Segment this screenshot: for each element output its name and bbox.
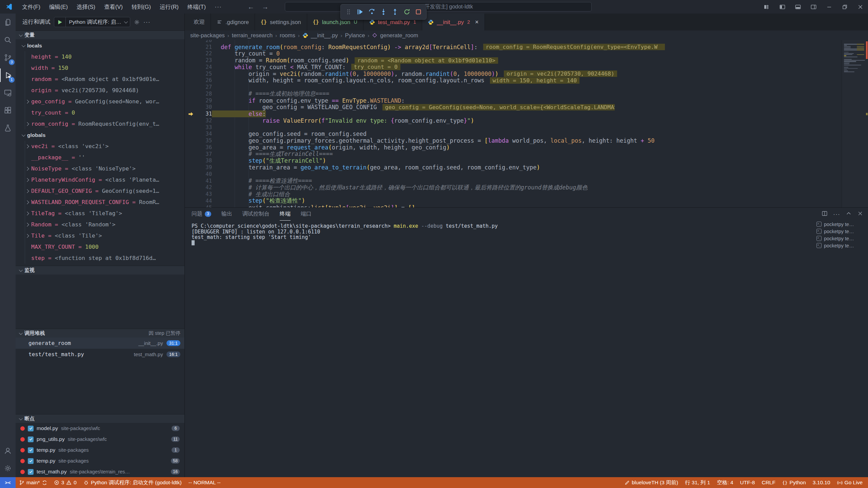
activitybar-search[interactable] [0,31,16,49]
more-actions-icon[interactable]: ··· [143,19,151,26]
terminal-list-item[interactable]: >_pocketpy te… [815,235,867,242]
breakpoint-checkbox[interactable] [28,426,34,431]
panel-tab-问题[interactable]: 问题3 [192,208,211,221]
code-line-21[interactable]: 21def generate_room(room_config: RoomReq… [185,44,868,50]
terminal-list-item[interactable]: >_pocketpy te… [815,242,867,249]
tab--[interactable]: 欢迎 [185,14,211,30]
terminal-list-item[interactable]: >_pocketpy te… [815,228,867,235]
split-terminal-button[interactable] [822,210,828,218]
code-line-23[interactable]: 23 random = Random(room_config.seed)rand… [185,57,868,64]
close-panel-button[interactable] [857,210,863,218]
breadcrumb-item[interactable]: Pylance [345,32,365,39]
command-center-search[interactable]: [扩展开发宿主] godot-ldtk [285,2,592,12]
statusbar-debug-session[interactable]: Python 调试程序: 启动文件 (godot-ldtk) [80,477,185,488]
breakpoint-row[interactable]: temp.pysite-packages58 [16,455,184,466]
code-line-39[interactable]: 39 terrain_area = geo_area_to_terrain(ge… [185,164,868,171]
panel-tab-输出[interactable]: 输出 [221,208,232,221]
variables-section-header[interactable]: 变量 [16,30,184,39]
step-into-button[interactable] [378,6,389,18]
code-line-26[interactable]: 26 width, height = room_config.layout.n_… [185,77,868,84]
menu-item-3[interactable]: 查看(V) [100,0,127,14]
variable-row-PlanetaryWindConfig[interactable]: PlanetaryWindConfig = <class 'Planeta… [16,174,184,185]
code-line-42[interactable]: 42 # 计算每一个出口的中心，然后使用astar生成路径，确保每一个出口组合都… [185,184,868,191]
toggle-secondary-sidebar-button[interactable] [806,0,821,14]
variable-row-WASTELAND_ROOM_REQUEST_CONFIG[interactable]: WASTELAND_ROOM_REQUEST_CONFIG = RoomR… [16,197,184,208]
debug-config-dropdown[interactable]: Python 调试程序: 启… [54,17,130,27]
activitybar-testing[interactable] [0,119,16,137]
minimap[interactable] [842,40,868,207]
code-line-28[interactable]: 28 # ====生成初始地理信息==== [185,90,868,97]
activitybar-remote-explorer[interactable] [0,84,16,102]
code-line-30[interactable]: 30 geo_config = WASTELAND_GEO_CONFIGgeo_… [185,104,868,111]
maximize-panel-button[interactable] [846,210,852,218]
callstack-frame[interactable]: generate_room__init__.py31:1 [16,338,184,349]
terminal-list-item[interactable]: >_pocketpy te… [815,221,867,228]
code-line-34[interactable]: 34 geo_config.seed = room_config.seed [185,131,868,138]
code-line-27[interactable]: 27 [185,84,868,90]
breadcrumb-item[interactable]: terrain_research [232,32,273,39]
breadcrumb-item[interactable]: site-packages [190,32,225,39]
breakpoints-section-header[interactable]: 断点 [16,414,184,423]
gear-icon[interactable] [134,19,140,25]
breakpoint-checkbox[interactable] [28,458,34,464]
activitybar-settings[interactable] [0,460,16,477]
statusbar-git-blame[interactable]: blueloveTH (3 周前) [621,477,682,488]
activitybar-extensions[interactable] [0,102,16,119]
minimize-button[interactable] [821,0,837,14]
breadcrumb[interactable]: site-packages›terrain_research›rooms›__i… [185,30,868,40]
maximize-restore-button[interactable] [837,0,852,14]
variable-row-geo_config[interactable]: geo_config = GeoConfig(seed=None, wor… [16,96,184,107]
statusbar-language-mode[interactable]: {}Python [779,477,809,488]
panel-tab-终端[interactable]: 终端 [280,208,291,221]
code-line-45[interactable]: 45 exit_combinations:list[tuple[vec2i, v… [185,204,868,207]
code-line-44[interactable]: 44 step("检查连通性") [185,198,868,204]
breakpoint-checkbox[interactable] [28,436,34,442]
code-line-38[interactable]: 38 step("生成TerrainCell") [185,158,868,164]
variable-row-vec2i[interactable]: vec2i = <class 'vec2i'> [16,141,184,152]
variable-row-try_count[interactable]: try_count = 0 [16,107,184,118]
code-line-33[interactable]: 33 [185,124,868,131]
variable-row-width[interactable]: width = 150 [16,62,184,74]
variable-row-MAX_TRY_COUNT[interactable]: MAX_TRY_COUNT = 1000 [16,241,184,252]
variable-row-TileTag[interactable]: TileTag = <class 'TileTag'> [16,208,184,219]
step-out-button[interactable] [390,6,400,18]
variable-row-Tile[interactable]: Tile = <class 'Tile'> [16,230,184,241]
close-icon[interactable]: × [475,19,479,26]
step-over-button[interactable] [367,6,377,18]
breakpoint-row[interactable]: png_utils.pysite-packages\wfc11 [16,434,184,445]
variable-row-step[interactable]: step = <function step at 0x1bf8d716d… [16,252,184,264]
breakpoint-row[interactable]: model.pysite-packages\wfc6 [16,423,184,434]
tab-.gdignore[interactable]: .gdignore [211,14,255,30]
variable-row-room_config[interactable]: room_config = RoomRequestConfig(env_t… [16,118,184,129]
statusbar-problems[interactable]: 30 [51,477,80,488]
breakpoint-checkbox[interactable] [28,469,34,475]
code-line-22[interactable]: 22 try_count = 0 [185,50,868,57]
continue-button[interactable] [355,6,365,18]
code-line-29[interactable]: 29 if room_config.env_type == EnvType.WA… [185,97,868,104]
nav-back-icon[interactable]: ← [248,0,254,14]
breadcrumb-item[interactable]: generate_room [380,32,418,39]
activitybar-source-control[interactable]: 3 [0,49,16,66]
code-line-40[interactable]: 40 [185,171,868,178]
callstack-frame[interactable]: test/test_math.pytest_math.py16:1 [16,349,184,360]
code-line-25[interactable]: 25 origin = vec2i(random.randint(0, 1000… [185,70,868,77]
activitybar-account[interactable] [0,442,16,460]
variables-group-globals[interactable]: globals [16,129,184,141]
tab-__init__.py[interactable]: __init__.py2× [422,14,485,30]
start-debug-icon[interactable] [54,19,65,25]
code-line-37[interactable]: 37 # ====生成TerrainCell==== [185,151,868,158]
breakpoint-row[interactable]: test_math.pysite-packages\terrain_res…16 [16,466,184,477]
variable-row-Random[interactable]: Random = <class 'Random'> [16,219,184,230]
menu-item-2[interactable]: 选择(S) [72,0,100,14]
nav-forward-icon[interactable]: → [262,0,269,14]
code-line-31[interactable]: 31 else: [185,110,868,117]
menu-item-1[interactable]: 编辑(E) [45,0,72,14]
menu-item-6[interactable]: 终端(T) [183,0,210,14]
variable-row-random[interactable]: random = <Random object at 0x1bf9d01e… [16,74,184,85]
statusbar-remote-indicator[interactable]: >< [0,477,16,488]
activitybar-explorer[interactable] [0,14,16,31]
code-line-32[interactable]: 32 raise ValueError(f"Invalid env type: … [185,117,868,124]
menu-overflow[interactable]: ··· [210,0,226,14]
variable-row-NoiseType[interactable]: NoiseType = <class 'NoiseType'> [16,163,184,174]
statusbar-vim-mode[interactable]: -- NORMAL -- [185,477,224,488]
